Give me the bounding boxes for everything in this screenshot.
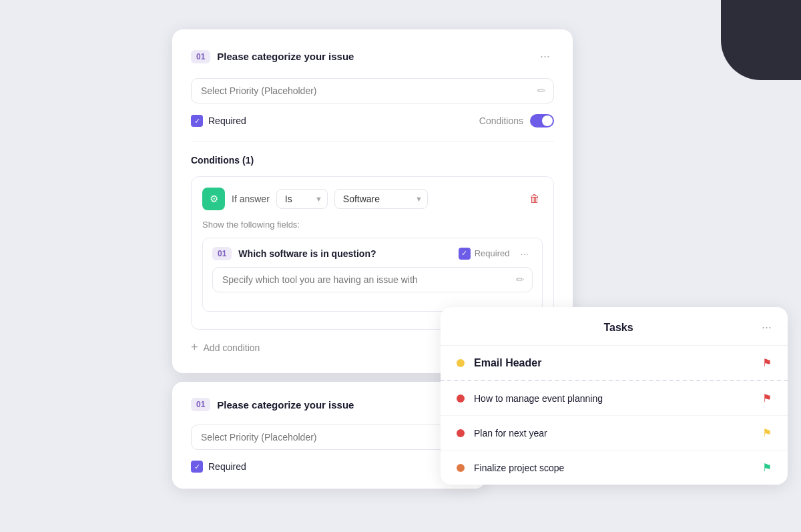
required-row: ✓ Required Conditions [191,114,554,127]
filter-icon: ⚙ [202,188,225,210]
nested-required-label: Required [475,248,510,258]
bottom-required-checkbox[interactable]: ✓ [191,461,203,473]
task-label-3: Finalize project scope [474,463,753,473]
corner-decoration [721,0,801,80]
conditions-right: Conditions [479,114,554,127]
bottom-required-left: ✓ Required [191,461,246,473]
condition-row: ⚙ If answer Is Is not ▼ Software Hardwar… [202,188,543,210]
required-label: Required [208,115,246,126]
task-dot-orange [457,464,465,472]
if-answer-text: If answer [232,194,270,204]
task-dot-red-1 [457,394,465,403]
bottom-required-label: Required [208,461,246,472]
nested-edit-icon: ✏ [516,274,525,286]
task-item-email-header[interactable]: Email Header ⚑ [441,346,788,381]
condition-type-wrapper: Is Is not ▼ [276,189,328,209]
nested-input-wrapper: ✏ [212,267,533,292]
condition-value-wrapper: Software Hardware Network ▼ [334,189,428,209]
task-item-3[interactable]: Finalize project scope ⚑ [441,451,788,485]
task-flag-red: ⚑ [762,356,772,369]
add-condition-button[interactable]: + Add condition [191,340,260,354]
required-checkbox[interactable]: ✓ [191,115,203,127]
nested-required-checkbox[interactable]: ✓ [459,248,471,260]
tasks-title: Tasks [475,322,762,334]
bottom-priority-input[interactable] [191,425,467,450]
delete-condition-button[interactable]: 🗑 [527,190,543,208]
divider [191,141,554,142]
condition-value-select[interactable]: Software Hardware Network [334,189,428,209]
bottom-priority-input-wrapper [191,425,467,450]
nested-more-button[interactable]: ··· [516,246,533,260]
show-fields-text: Show the following fields: [202,220,543,230]
task-dot-yellow [457,359,465,367]
bottom-card-title: Please categorize your issue [217,399,467,411]
priority-input[interactable] [191,78,554,103]
nested-field: 01 Which software is in question? ✓ Requ… [202,238,543,312]
card-title: Please categorize your issue [217,51,529,62]
add-condition-label: Add condition [204,342,260,353]
bottom-card-header: 01 Please categorize your issue [191,398,467,411]
tasks-more-button[interactable]: ··· [762,320,772,334]
required-left: ✓ Required [191,115,246,127]
condition-type-select[interactable]: Is Is not [276,189,328,209]
task-dot-red-2 [457,429,465,437]
bottom-required-row: ✓ Required [191,461,467,473]
nested-field-header: 01 Which software is in question? ✓ Requ… [212,246,533,260]
nested-input[interactable] [212,267,533,292]
edit-icon: ✏ [537,85,546,97]
bottom-step-badge: 01 [191,398,210,411]
priority-input-wrapper: ✏ [191,78,554,103]
card-header: 01 Please categorize your issue ··· [191,48,554,65]
nested-required-row: ✓ Required [459,248,510,260]
email-header-label: Email Header [474,357,753,369]
conditions-toggle[interactable] [530,114,554,127]
conditions-text: Conditions [479,115,523,126]
more-menu-button[interactable]: ··· [536,48,554,65]
task-item-1[interactable]: How to manage event planning ⚑ [441,381,788,416]
task-flag-3: ⚑ [762,461,772,474]
step-badge: 01 [191,50,210,63]
task-flag-2: ⚑ [762,427,772,439]
nested-field-title: Which software is in question? [238,248,451,259]
conditions-section-title: Conditions (1) [191,155,554,166]
task-item-2[interactable]: Plan for next year ⚑ [441,416,788,451]
task-label-2: Plan for next year [474,428,753,439]
bottom-card: 01 Please categorize your issue ✓ Requir… [172,382,486,489]
task-label-1: How to manage event planning [474,393,753,404]
task-flag-1: ⚑ [762,392,772,405]
tasks-header: Tasks ··· [441,307,788,346]
nested-step-badge: 01 [212,247,232,260]
tasks-card: Tasks ··· Email Header ⚑ How to manage e… [441,307,788,485]
plus-icon: + [191,340,198,354]
